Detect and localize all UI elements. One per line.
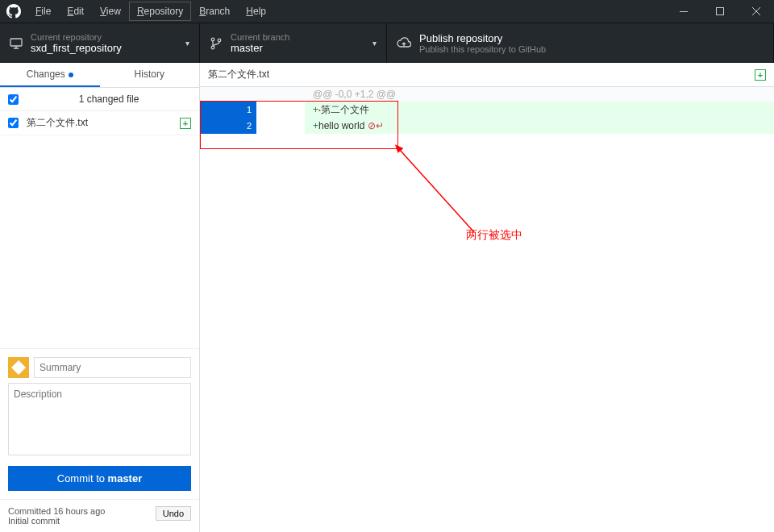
toolbar: Current repository sxd_first_repository … (0, 23, 774, 63)
publish-sub: Publish this repository to GitHub (419, 44, 764, 54)
svg-rect-1 (716, 8, 723, 15)
file-name: 第二个文件.txt (27, 116, 180, 130)
menu-file[interactable]: File (27, 2, 59, 21)
repo-value: sxd_first_repository (31, 42, 185, 54)
tab-changes[interactable]: Changes (0, 63, 100, 87)
undo-button[interactable]: Undo (156, 506, 191, 521)
menu-repository[interactable]: Repository (129, 2, 191, 21)
github-logo-icon (6, 4, 21, 19)
publish-repository-button[interactable]: Publish repository Publish this reposito… (387, 23, 774, 63)
avatar (8, 357, 29, 378)
added-badge-icon: + (180, 118, 191, 129)
chevron-down-icon: ▾ (185, 39, 189, 48)
branch-value: master (231, 42, 372, 54)
svg-rect-0 (680, 11, 688, 12)
new-line-number: 2 (228, 118, 256, 134)
commit-form: Commit to master (0, 348, 199, 499)
titlebar: File Edit View Repository Branch Help (0, 0, 774, 23)
added-badge-icon: + (755, 69, 766, 81)
menu-branch[interactable]: Branch (191, 2, 238, 21)
diff-line[interactable]: 2 +hello world⊘↵ (200, 118, 774, 134)
current-branch-selector[interactable]: Current branch master ▾ (200, 23, 387, 63)
chevron-down-icon: ▾ (372, 39, 377, 48)
select-all-checkbox[interactable] (8, 94, 19, 105)
sidebar: Changes History 1 changed file 第二个文件.txt… (0, 63, 200, 532)
last-commit-time: Committed 16 hours ago (8, 506, 156, 516)
menu-bar: File Edit View Repository Branch Help (27, 2, 274, 21)
cloud-upload-icon (397, 37, 411, 50)
last-commit-row: Committed 16 hours ago Initial commit Un… (0, 499, 199, 532)
monitor-icon (10, 37, 23, 50)
diff-pane: 第二个文件.txt + @@ -0,0 +1,2 @@ 1 +•第二个文件 2 … (200, 63, 774, 532)
file-checkbox[interactable] (8, 118, 19, 128)
svg-rect-2 (10, 39, 22, 46)
svg-point-3 (211, 38, 214, 41)
changed-files-count: 1 changed file (27, 94, 191, 105)
diff-file-header: 第二个文件.txt + (200, 63, 774, 87)
current-repository-selector[interactable]: Current repository sxd_first_repository … (0, 23, 200, 63)
summary-input[interactable] (34, 357, 191, 378)
git-branch-icon (210, 37, 223, 50)
minimize-icon[interactable] (665, 0, 701, 23)
tab-history[interactable]: History (100, 63, 200, 87)
changed-files-header: 1 changed file (0, 88, 199, 111)
new-line-number: 1 (228, 102, 256, 118)
last-commit-msg: Initial commit (8, 516, 156, 526)
diff-file-name: 第二个文件.txt (208, 68, 755, 81)
svg-line-6 (400, 150, 474, 232)
line-content: +hello world⊘↵ (305, 118, 774, 134)
hunk-header: @@ -0,0 +1,2 @@ (200, 87, 774, 102)
repo-label: Current repository (31, 32, 185, 42)
close-icon[interactable] (738, 0, 774, 23)
no-newline-icon: ⊘↵ (368, 120, 384, 131)
diff-line[interactable]: 1 +•第二个文件 (200, 102, 774, 118)
menu-view[interactable]: View (92, 2, 129, 21)
publish-title: Publish repository (419, 32, 764, 44)
file-row[interactable]: 第二个文件.txt + (0, 111, 199, 135)
menu-edit[interactable]: Edit (59, 2, 92, 21)
old-line-number (200, 102, 228, 118)
line-content: +•第二个文件 (305, 102, 774, 118)
svg-point-5 (218, 39, 221, 42)
commit-button[interactable]: Commit to master (8, 466, 191, 491)
old-line-number (200, 118, 228, 134)
annotation-arrow (393, 143, 482, 240)
description-input[interactable] (8, 383, 191, 455)
changes-indicator-dot (69, 73, 73, 77)
maximize-icon[interactable] (701, 0, 738, 23)
branch-label: Current branch (231, 32, 372, 42)
menu-help[interactable]: Help (238, 2, 274, 21)
annotation-text: 两行被选中 (466, 228, 522, 243)
